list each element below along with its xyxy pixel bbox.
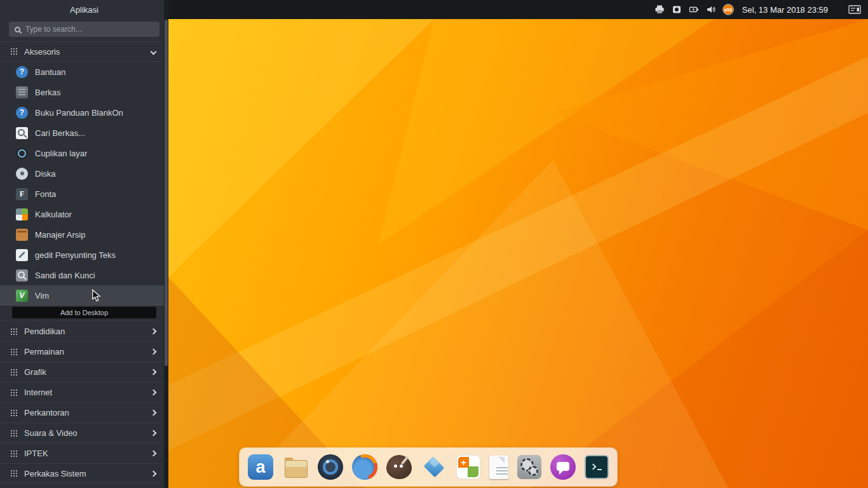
search-box[interactable] [9, 22, 159, 37]
gedit-icon [16, 249, 28, 261]
scrollbar-thumb[interactable] [165, 20, 168, 366]
app-menu-item[interactable]: Manajer Arsip [0, 224, 168, 245]
app-menu-item[interactable]: Kalkulator [0, 204, 168, 224]
dock-document-icon[interactable] [489, 456, 508, 479]
vim-icon [16, 290, 28, 302]
top-panel: a58 Sel, 13 Mar 2018 23:59 [168, 0, 868, 19]
battery-icon[interactable] [688, 4, 700, 15]
chevron-right-icon [151, 349, 157, 355]
category-item[interactable]: Grafik [0, 362, 168, 382]
dock-camera-icon[interactable] [318, 454, 343, 480]
category-label: Internet [24, 388, 145, 397]
app-label: Cuplikan layar [35, 149, 87, 158]
dock-chat-icon[interactable] [550, 454, 576, 480]
dock-calculator-icon[interactable] [456, 455, 480, 479]
app-menu-panel: Aplikasi Aksesoris Bantuan Berkas Buku P… [0, 0, 168, 488]
category-grid-icon [10, 328, 18, 336]
app-list: Bantuan Berkas Buku Panduan BlankOn Cari… [0, 62, 168, 306]
app-menu-item[interactable]: Vim [0, 285, 168, 306]
app-label: Bantuan [35, 67, 65, 77]
dock-gimp-icon[interactable] [386, 455, 412, 479]
category-grid-icon [10, 409, 18, 417]
app-menu-item[interactable]: Buku Panduan BlankOn [0, 102, 168, 123]
category-label: Suara & Video [24, 428, 145, 438]
fonts-icon [16, 188, 28, 200]
panel-title: Aplikasi [0, 0, 168, 19]
dock-browser-icon[interactable] [352, 454, 377, 480]
category-grid-icon [10, 450, 18, 458]
category-label: Perkantoran [24, 408, 145, 417]
system-tray: a58 [654, 4, 734, 15]
category-item[interactable]: Pendidikan [0, 321, 168, 341]
app-label: Buku Panduan BlankOn [35, 108, 123, 118]
category-label: IPTEK [24, 449, 145, 458]
screenshot-icon [16, 147, 28, 159]
search-files-icon [16, 127, 28, 139]
dock-terminal-icon[interactable] [585, 455, 609, 479]
chevron-down-icon [151, 48, 157, 55]
app-menu-item[interactable]: Berkas [0, 82, 168, 102]
app-label: Kalkulator [35, 210, 72, 219]
app-menu-item[interactable]: Fonta [0, 184, 168, 204]
category-item[interactable]: IPTEK [0, 443, 168, 463]
category-item[interactable]: Internet [0, 382, 168, 402]
app-label: gedit Penyunting Teks [35, 250, 116, 260]
app-menu-item[interactable]: Cuplikan layar [0, 143, 168, 163]
category-grid-icon [10, 348, 18, 356]
category-item[interactable]: Perkantoran [0, 402, 168, 423]
clock[interactable]: Sel, 13 Mar 2018 23:59 [742, 5, 828, 15]
archive-icon [16, 229, 28, 241]
disks-icon [16, 168, 28, 180]
media-player-icon[interactable] [671, 4, 682, 15]
app-menu-item[interactable]: gedit Penyunting Teks [0, 245, 168, 265]
category-item[interactable]: Perkakas Sistem [0, 463, 168, 484]
chevron-right-icon [151, 329, 157, 335]
chevron-right-icon [151, 369, 157, 376]
add-to-desktop-tooltip[interactable]: Add to Desktop [12, 307, 156, 318]
help-icon [16, 66, 28, 78]
calculator-icon [16, 208, 28, 220]
category-label: Grafik [24, 367, 145, 377]
category-list: Pendidikan Permainan Grafik Internet Per… [0, 321, 168, 484]
app-label: Manajer Arsip [35, 230, 85, 240]
app-menu-item[interactable]: Diska [0, 163, 168, 184]
chevron-right-icon [151, 430, 157, 437]
chevron-right-icon [151, 410, 157, 416]
dock-draw-icon[interactable] [421, 454, 447, 480]
app-label: Fonta [35, 189, 56, 199]
indicator-badge-icon[interactable]: a58 [722, 4, 734, 15]
category-item-aksesoris[interactable]: Aksesoris [0, 41, 168, 62]
app-menu-item[interactable]: Bantuan [0, 62, 168, 82]
dock [240, 448, 617, 486]
printer-icon[interactable] [654, 4, 665, 15]
category-label: Perkakas Sistem [24, 469, 145, 478]
files-icon [16, 86, 28, 98]
dock-launcher-icon[interactable] [248, 454, 273, 480]
app-label: Vim [35, 291, 49, 301]
workspaces-icon[interactable] [848, 4, 862, 15]
dock-filemanager-icon[interactable] [282, 454, 309, 480]
category-grid-icon [10, 389, 18, 396]
category-item[interactable]: Permainan [0, 341, 168, 362]
chevron-right-icon [151, 470, 157, 477]
keys-icon [16, 269, 28, 281]
volume-icon[interactable] [705, 4, 717, 15]
category-label: Aksesoris [24, 47, 145, 57]
chevron-right-icon [151, 451, 157, 457]
category-item[interactable]: Suara & Video [0, 423, 168, 443]
search-input[interactable] [25, 25, 154, 34]
dock-settings-icon[interactable] [517, 455, 541, 479]
app-label: Cari Berkas... [35, 128, 85, 138]
category-label: Permainan [24, 347, 145, 356]
app-label: Diska [35, 169, 56, 179]
app-menu-item[interactable]: Sandi dan Kunci [0, 265, 168, 285]
category-grid-icon [10, 430, 18, 437]
category-grid-icon [10, 369, 18, 376]
chevron-right-icon [151, 390, 157, 396]
app-label: Sandi dan Kunci [35, 271, 95, 280]
category-grid-icon [10, 470, 18, 477]
app-menu-item[interactable]: Cari Berkas... [0, 123, 168, 143]
desktop-wallpaper[interactable] [168, 19, 868, 488]
sidebar-scrollbar[interactable] [164, 0, 168, 488]
desktop-screen: a58 Sel, 13 Mar 2018 23:59 Aplikasi Akse… [0, 0, 868, 488]
